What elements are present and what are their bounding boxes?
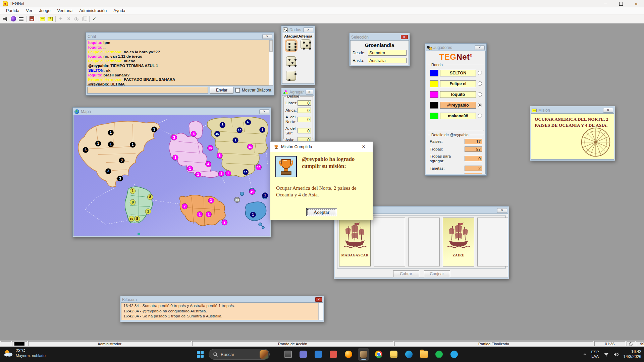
taskbar-store-button[interactable] — [328, 348, 339, 361]
close-icon[interactable] — [497, 208, 507, 213]
menu-juego[interactable]: Juego — [36, 8, 54, 14]
selection-titlebar[interactable]: Selección — [350, 34, 409, 40]
close-icon[interactable] — [475, 45, 485, 50]
delete-button[interactable] — [65, 15, 72, 23]
player-turn-radio[interactable] — [478, 81, 482, 86]
player-row: makana08 — [430, 112, 482, 119]
hidden-icons-chevron[interactable] — [583, 353, 587, 356]
ship-illustration — [343, 221, 367, 253]
weather-desc: Mayorm. nublado — [16, 353, 46, 358]
menu-administración[interactable]: Administración — [76, 8, 110, 14]
speaker-button[interactable] — [2, 15, 9, 23]
taskbar-chrome-button[interactable] — [373, 348, 384, 361]
chat-scrollbar[interactable] — [269, 40, 273, 85]
player-turn-radio[interactable] — [478, 71, 482, 75]
close-icon[interactable] — [401, 35, 408, 39]
player-turn-radio[interactable] — [478, 103, 482, 107]
dice-window-titlebar[interactable]: Dados — [282, 26, 314, 33]
copy-button[interactable] — [80, 15, 88, 23]
wifi-icon[interactable] — [603, 352, 609, 357]
close-icon[interactable] — [262, 34, 272, 39]
taskbar-weather[interactable]: 23°C Mayorm. nublado — [3, 348, 46, 358]
empty-card-slot[interactable] — [477, 218, 508, 266]
mail-icon — [315, 351, 322, 358]
from-label: Desde: — [353, 51, 368, 55]
menu-ventana[interactable]: Ventana — [54, 8, 76, 14]
selection-window: Selección Groenlandia Desde: Sumatra Has… — [349, 33, 410, 66]
mission-titlebar[interactable]: Misión — [531, 107, 614, 113]
continent-label: África: — [285, 108, 298, 113]
chat-window-button[interactable] — [39, 15, 46, 23]
add-troops-titlebar[interactable]: Agregar — [282, 89, 314, 95]
menu-partida[interactable]: Partida — [3, 8, 23, 14]
chat-message: @reypablo: ULTIMA — [88, 82, 267, 85]
players-titlebar[interactable]: Jugadores — [426, 44, 486, 51]
menu-ver[interactable]: Ver — [23, 8, 36, 14]
log-titlebar[interactable]: Bitácora — [121, 297, 323, 302]
minimize-icon[interactable] — [598, 0, 613, 7]
svg-text:8: 8 — [132, 200, 134, 204]
player-color-swatch — [430, 70, 438, 76]
close-icon[interactable] — [315, 297, 322, 302]
map-titlebar[interactable]: Mapa — [73, 108, 270, 115]
check-button[interactable] — [91, 15, 99, 23]
taskbar-firefox-button[interactable] — [343, 348, 354, 361]
scrollbar-thumb[interactable] — [269, 40, 273, 52]
list-button[interactable] — [17, 15, 25, 23]
weather-temp: 23°C — [16, 348, 46, 353]
svg-text:1: 1 — [110, 131, 112, 134]
maximize-icon[interactable] — [613, 0, 629, 7]
send-button[interactable]: Enviar — [210, 87, 233, 94]
help-window-button[interactable] — [46, 15, 54, 23]
to-field[interactable]: Australia — [368, 58, 407, 63]
speaker-icon[interactable] — [613, 352, 619, 357]
log-scrollbar[interactable] — [318, 303, 323, 320]
toolbar-separator — [89, 16, 90, 22]
language-indicator[interactable]: ESP LAA — [591, 350, 599, 359]
country-card[interactable]: MADAGASCAR — [339, 218, 371, 266]
save-button[interactable] — [28, 15, 36, 23]
start-button[interactable] — [195, 349, 206, 359]
exchange-button[interactable]: Canjear — [424, 270, 450, 277]
taskbar-notes-button[interactable] — [388, 348, 399, 361]
continent-value: 0 — [298, 108, 311, 113]
player-turn-radio[interactable] — [478, 92, 482, 97]
close-icon[interactable] — [306, 90, 313, 95]
taskbar-skype-button[interactable] — [448, 348, 460, 361]
world-button[interactable] — [9, 15, 17, 23]
world-map[interactable]: 1316113331881198342511148113610451111101… — [74, 115, 270, 236]
taskbar-edge-button[interactable] — [403, 348, 414, 361]
add-button[interactable] — [57, 15, 65, 23]
clock[interactable]: 16:42 14/3/2026 — [624, 349, 641, 359]
taskbar-tegnet-button[interactable] — [358, 348, 369, 361]
close-icon[interactable] — [358, 144, 369, 150]
accept-button[interactable]: Aceptar — [306, 208, 337, 216]
taskbar-mail-button[interactable] — [313, 348, 324, 361]
svg-text:16: 16 — [257, 166, 260, 169]
taskbar-monitor-button[interactable] — [282, 348, 293, 361]
chat-input[interactable] — [87, 87, 208, 94]
close-icon[interactable] — [603, 108, 613, 113]
country-card[interactable]: ZAIRE — [443, 218, 474, 266]
close-icon[interactable] — [629, 0, 644, 7]
player-turn-radio[interactable] — [478, 114, 482, 118]
search-box[interactable]: Buscar — [209, 349, 270, 360]
menu-ayuda[interactable]: Ayuda — [110, 8, 128, 14]
from-field[interactable]: Sumatra — [368, 50, 407, 56]
close-icon[interactable] — [303, 27, 313, 32]
empty-card-slot[interactable] — [408, 218, 440, 266]
collect-button[interactable]: Cobrar — [393, 270, 419, 277]
taskbar-teams-button[interactable] — [298, 348, 309, 361]
status-bar: Administrador Ronda de Acción Partida Fi… — [0, 341, 644, 347]
dialog-titlebar[interactable]: Misión Cumplida — [270, 142, 373, 152]
show-log-checkbox[interactable] — [235, 88, 240, 93]
status-player-color — [12, 341, 27, 346]
taskbar-explorer-button[interactable] — [418, 348, 429, 361]
colored-dots-icon — [283, 90, 288, 95]
settings-button[interactable] — [72, 15, 80, 23]
close-icon[interactable] — [259, 109, 269, 114]
taskbar-spotify-button[interactable] — [433, 348, 444, 361]
search-highlight-image[interactable] — [260, 350, 268, 359]
empty-card-slot[interactable] — [374, 218, 405, 266]
chat-window-titlebar[interactable]: Chat — [87, 33, 273, 40]
